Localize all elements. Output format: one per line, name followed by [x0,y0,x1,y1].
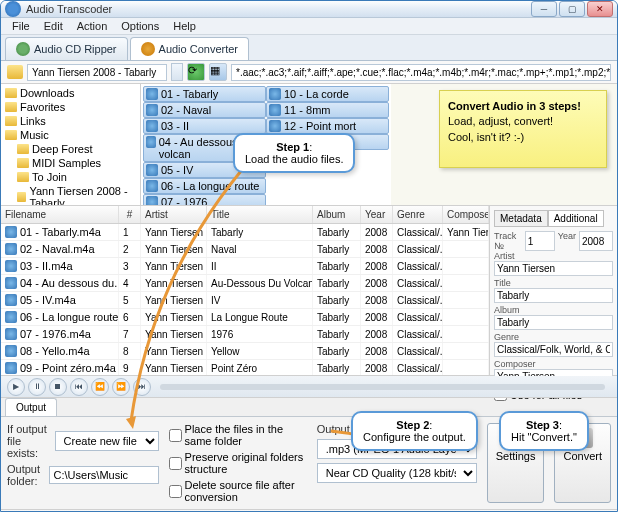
folder-icon [17,158,29,168]
audio-icon [269,88,281,100]
menu-file[interactable]: File [5,18,37,34]
cell: 03 - II.m4a [1,258,119,274]
btn-label: Convert [563,450,602,462]
rewind-button[interactable]: ⏪ [91,378,109,396]
svg-marker-0 [126,416,136,429]
cell: 05 - IV.m4a [1,292,119,308]
preserve-checkbox[interactable] [169,457,182,470]
minimize-button[interactable]: ─ [531,1,557,17]
output-tab[interactable]: Output [5,398,57,416]
folder-icon [17,144,29,154]
menu-edit[interactable]: Edit [37,18,70,34]
folder-icon [5,116,17,126]
menu-help[interactable]: Help [166,18,203,34]
menu-action[interactable]: Action [70,18,115,34]
stop-button[interactable]: ⏹ [49,378,67,396]
extensions-filter[interactable]: *.aac;*.ac3;*.aif;*.aiff;*.ape;*.cue;*.f… [231,64,611,81]
file-item[interactable]: 10 - La corde [266,86,389,102]
converter-icon [141,42,155,56]
audio-icon [5,260,17,272]
file-item[interactable]: 02 - Naval [143,102,266,118]
path-dropdown[interactable] [171,63,183,81]
folder-icon [5,102,17,112]
cd-icon [16,42,30,56]
tree-node[interactable]: MIDI Samples [3,156,138,170]
cell: Classical/... [393,343,443,359]
tree-node[interactable]: Favorites [3,100,138,114]
maximize-button[interactable]: ▢ [559,1,585,17]
delete-checkbox[interactable] [169,485,182,498]
tree-node[interactable]: Music [3,128,138,142]
cell: Classical/... [393,326,443,342]
tab-cd-ripper[interactable]: Audio CD Ripper [5,37,128,60]
folder-input[interactable] [49,466,159,484]
tree-node[interactable]: To Join [3,170,138,184]
album-input[interactable] [494,315,613,330]
grid-header[interactable]: Filename [1,206,119,223]
file-item[interactable]: 12 - Point mort [266,118,389,134]
meta-tab-metadata[interactable]: Metadata [494,210,548,227]
folder-icon [7,65,23,79]
track-input[interactable] [525,231,555,251]
cell [443,343,489,359]
folder-icon [5,130,17,140]
artist-input[interactable] [494,261,613,276]
cell: Classical/... [393,360,443,375]
folder-icon [5,88,17,98]
grid-header[interactable]: Genre [393,206,443,223]
cell: Yann Tier [443,224,489,240]
title-label: Title [494,278,613,288]
folder-path[interactable]: Yann Tiersen 2008 - Tabarly [27,64,167,81]
sticky-line: Load, adjust, convert! [448,115,553,127]
audio-icon [5,226,17,238]
cell: Classical/... [393,292,443,308]
audio-icon [146,104,158,116]
metadata-panel: Metadata Additional Track № Year Artist … [489,206,617,375]
sticky-note: Convert Audio in 3 steps! Load, adjust, … [439,90,607,168]
cell: 07 - 1976.m4a [1,326,119,342]
play-button[interactable]: ▶ [7,378,25,396]
folder-tree[interactable]: DownloadsFavoritesLinksMusicDeep ForestM… [1,84,141,205]
view-button[interactable]: ▦ [209,63,227,81]
cell: Classical/... [393,241,443,257]
grid-header[interactable]: Composer [443,206,489,223]
sticky-line: Cool, isn't it? :-) [448,131,524,143]
file-item[interactable]: 03 - II [143,118,266,134]
genre-label: Genre [494,332,613,342]
audio-icon [269,104,281,116]
window-title: Audio Transcoder [26,3,531,15]
cell: Classical/... [393,224,443,240]
file-item[interactable]: 01 - Tabarly [143,86,266,102]
title-input[interactable] [494,288,613,303]
tab-label: Audio CD Ripper [34,43,117,55]
tab-converter[interactable]: Audio Converter [130,37,250,60]
pause-button[interactable]: ⏸ [28,378,46,396]
tree-node[interactable]: Yann Tiersen 2008 - Tabarly [3,184,138,205]
cell: Classical/... [393,275,443,291]
cell: 06 - La longue route.m4a [1,309,119,325]
artist-label: Artist [494,251,613,261]
audio-icon [5,362,17,374]
year-input[interactable] [579,231,613,251]
audio-icon [5,345,17,357]
cell [443,326,489,342]
close-button[interactable]: ✕ [587,1,613,17]
titlebar[interactable]: Audio Transcoder ─ ▢ ✕ [1,1,617,18]
cell [443,309,489,325]
meta-tab-additional[interactable]: Additional [548,210,604,227]
genre-input[interactable] [494,342,613,357]
refresh-button[interactable]: ⟳ [187,63,205,81]
audio-icon [269,120,281,132]
menu-options[interactable]: Options [114,18,166,34]
audio-icon [146,136,156,148]
cell: Classical/... [393,309,443,325]
prev-button[interactable]: ⏮ [70,378,88,396]
cell: 08 - Yello.m4a [1,343,119,359]
tree-node[interactable]: Links [3,114,138,128]
cell [443,292,489,308]
quality-select[interactable]: Near CD Quality (128 kbit/s) [317,463,477,483]
tree-node[interactable]: Downloads [3,86,138,100]
file-item[interactable]: 11 - 8mm [266,102,389,118]
note-area: Convert Audio in 3 steps! Load, adjust, … [391,84,617,205]
tree-node[interactable]: Deep Forest [3,142,138,156]
